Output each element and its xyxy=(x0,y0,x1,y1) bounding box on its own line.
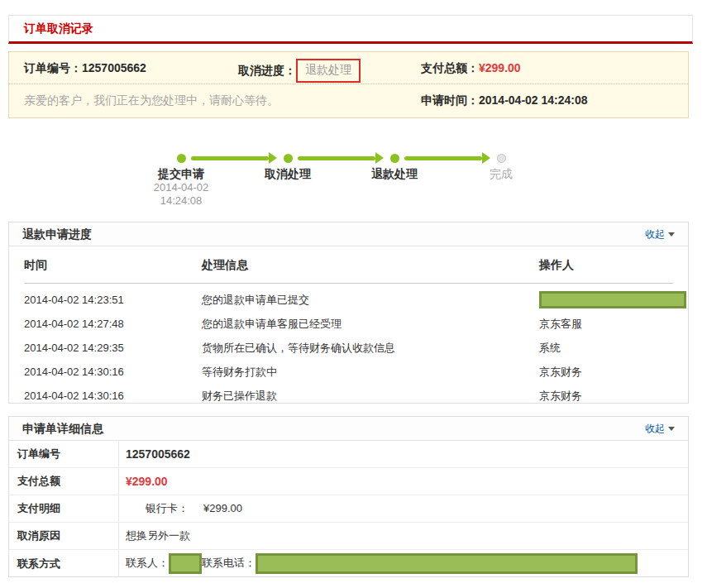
summary-row-top: 订单编号：1257005662 取消进度：退款处理 支付总额：¥299.00 xyxy=(9,52,688,84)
timeline-dot xyxy=(390,154,399,163)
application-detail-title: 申请单详细信息 xyxy=(22,422,103,435)
detail-order-label: 订单编号 xyxy=(9,441,119,467)
timeline-arrow-head-icon xyxy=(269,152,277,164)
table-row: 2014-04-02 14:23:51您的退款申请单已提交 xyxy=(24,288,673,312)
detail-row-contact: 联系方式 联系人：联系电话： xyxy=(9,550,688,577)
collapse-progress-link[interactable]: 收起 xyxy=(645,222,675,246)
refund-progress-title: 退款申请进度 xyxy=(22,227,92,241)
apply-time-field: 申请时间：2014-04-02 14:24:08 xyxy=(421,93,588,108)
timeline-dot xyxy=(284,154,293,163)
table-row: 2014-04-02 14:30:16等待财务打款中京东财务 xyxy=(24,360,673,384)
cancel-progress-field: 取消进度：退款处理 xyxy=(238,59,361,83)
contact-phone-label: 联系电话： xyxy=(202,557,256,569)
timeline-step-label: 提交申请 xyxy=(131,167,231,182)
detail-row-order-number: 订单编号 1257005662 xyxy=(9,441,688,468)
refund-progress-header: 收起 退款申请进度 xyxy=(9,222,688,246)
apply-time-value: 2014-04-02 14:24:08 xyxy=(479,93,588,107)
table-row: 2014-04-02 14:30:16财务已操作退款京东财务 xyxy=(24,384,673,408)
cell-time: 2014-04-02 14:23:51 xyxy=(24,294,202,306)
timeline-arrow-head-icon xyxy=(375,152,384,164)
collapse-progress-label: 收起 xyxy=(645,228,665,240)
cell-operator: 京东客服 xyxy=(539,317,673,332)
breakdown-method-label: 银行卡： xyxy=(146,502,189,514)
detail-contact-label: 联系方式 xyxy=(9,550,119,577)
table-row: 2014-04-02 14:27:48您的退款申请单客服已经受理京东客服 xyxy=(24,312,673,336)
processing-notice: 亲爱的客户，我们正在为您处理中，请耐心等待。 xyxy=(24,93,279,108)
timeline-arrow xyxy=(404,156,482,160)
timeline-arrow xyxy=(298,156,375,160)
timeline-arrow xyxy=(191,156,269,160)
table-row: 2014-04-02 14:29:35货物所在已确认，等待财务确认收款信息系统 xyxy=(24,336,673,360)
cell-operator xyxy=(539,291,686,308)
order-number-label: 订单编号： xyxy=(24,61,82,74)
detail-reason-value: 想换另外一款 xyxy=(119,528,688,543)
timeline-step-label: 取消处理 xyxy=(238,167,337,182)
detail-breakdown-label: 支付明细 xyxy=(9,495,119,522)
refund-progress-table: 时间 处理信息 操作人 2014-04-02 14:23:51您的退款申请单已提… xyxy=(9,246,688,408)
caret-down-icon xyxy=(668,427,675,431)
cell-info: 等待财务打款中 xyxy=(202,365,539,380)
timeline-step-label: 退款处理 xyxy=(345,167,444,182)
cancel-progress-label: 取消进度： xyxy=(238,64,296,77)
detail-total-value: ¥299.00 xyxy=(126,475,168,488)
timeline-step-label: 完成 xyxy=(451,167,551,182)
timeline-dot xyxy=(177,154,186,163)
order-number-value: 1257005662 xyxy=(82,61,146,74)
apply-time-label: 申请时间： xyxy=(421,93,479,107)
collapse-detail-link[interactable]: 收起 xyxy=(645,417,675,441)
cell-time: 2014-04-02 14:30:16 xyxy=(24,366,202,378)
column-header-operator: 操作人 xyxy=(539,258,673,273)
timeline-arrow-head-icon xyxy=(482,152,490,164)
cell-info: 您的退款申请单已提交 xyxy=(202,293,539,308)
detail-row-pay-breakdown: 支付明细 银行卡：¥299.00 xyxy=(9,495,688,523)
column-header-time: 时间 xyxy=(24,258,202,273)
progress-rows: 2014-04-02 14:23:51您的退款申请单已提交2014-04-02 … xyxy=(24,288,673,408)
contact-person-label: 联系人： xyxy=(126,557,169,569)
caret-down-icon xyxy=(668,232,675,237)
column-header-info: 处理信息 xyxy=(202,258,539,273)
collapse-detail-label: 收起 xyxy=(645,423,665,434)
page-title-box: 订单取消记录 xyxy=(8,15,693,44)
detail-row-cancel-reason: 取消原因 想换另外一款 xyxy=(9,523,688,550)
timeline-dot xyxy=(497,154,506,163)
cell-time: 2014-04-02 14:27:48 xyxy=(24,318,202,330)
redacted-operator xyxy=(539,291,686,308)
order-summary-box: 订单编号：1257005662 取消进度：退款处理 支付总额：¥299.00 亲… xyxy=(8,51,689,118)
cell-operator: 京东财务 xyxy=(539,389,673,404)
breakdown-amount: ¥299.00 xyxy=(203,502,242,514)
page-title: 订单取消记录 xyxy=(9,16,93,41)
redacted-contact-name xyxy=(169,553,202,574)
cell-operator: 系统 xyxy=(539,341,673,356)
cancel-progress-highlighted-value: 退款处理 xyxy=(296,59,361,83)
timeline-step-date: 2014-04-0214:24:08 xyxy=(131,181,231,208)
cell-info: 财务已操作退款 xyxy=(202,389,539,404)
detail-order-value: 1257005662 xyxy=(126,447,190,461)
table-header-row: 时间 处理信息 操作人 xyxy=(24,246,673,284)
application-detail-section: 收起 申请单详细信息 订单编号 1257005662 支付总额 ¥299.00 … xyxy=(8,416,689,577)
application-detail-header: 收起 申请单详细信息 xyxy=(9,417,688,441)
cell-time: 2014-04-02 14:29:35 xyxy=(24,342,202,354)
redacted-contact-phone xyxy=(256,553,638,574)
cell-info: 您的退款申请单客服已经受理 xyxy=(202,317,539,332)
detail-row-pay-total: 支付总额 ¥299.00 xyxy=(9,468,688,495)
summary-row-bottom: 亲爱的客户，我们正在为您处理中，请耐心等待。 申请时间：2014-04-02 1… xyxy=(9,84,688,117)
detail-total-label: 支付总额 xyxy=(9,468,119,495)
pay-total-value: ¥299.00 xyxy=(479,61,521,74)
cell-info: 货物所在已确认，等待财务确认收款信息 xyxy=(202,341,539,356)
cell-operator: 京东财务 xyxy=(539,365,673,380)
pay-total-field: 支付总额：¥299.00 xyxy=(421,61,521,76)
detail-reason-label: 取消原因 xyxy=(9,523,119,549)
pay-total-label: 支付总额： xyxy=(421,61,479,74)
order-number-field: 订单编号：1257005662 xyxy=(24,61,146,76)
cell-time: 2014-04-02 14:30:16 xyxy=(24,390,202,402)
refund-progress-section: 收起 退款申请进度 时间 处理信息 操作人 2014-04-02 14:23:5… xyxy=(8,222,689,404)
